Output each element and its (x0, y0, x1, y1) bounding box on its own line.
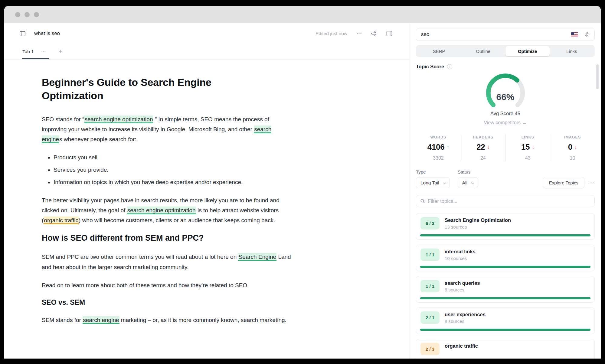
topic-title: user experiences (445, 312, 486, 317)
topic-progress-bar (420, 329, 590, 331)
more-options-icon[interactable]: ⋯ (356, 30, 362, 37)
close-button[interactable] (15, 12, 20, 17)
doc-bullet: Information on topics in which you have … (54, 177, 293, 187)
stat: IMAGES 0 ↓ 10 (550, 134, 595, 161)
doc-heading: Beginner's Guide to Search Engine Optimi… (42, 76, 250, 102)
type-filter-dropdown[interactable]: Long Tail (416, 177, 450, 188)
topic-card[interactable]: 2 / 3 organic traffic (416, 339, 595, 359)
topic-progress-bar (420, 266, 590, 268)
editor-column: what is seo Edited just now ⋯ (4, 23, 410, 359)
topic-sources: 8 sources (445, 319, 486, 324)
keyword-input[interactable] (421, 31, 571, 37)
topic-card[interactable]: 2 / 1 user experiences 8 sources (416, 307, 595, 334)
explore-topics-button[interactable]: Explore Topics (543, 177, 584, 188)
stat-label: IMAGES (550, 135, 595, 139)
topic-filters: Type Long Tail Status All Explore Topics (416, 169, 595, 188)
panel-tab[interactable]: SERP (417, 46, 461, 56)
window-titlebar (4, 6, 601, 23)
tab-label: Tab 1 (22, 49, 34, 54)
share-icon[interactable] (371, 31, 377, 37)
type-filter-label: Type (416, 169, 450, 174)
arrow-right-icon: → (522, 120, 527, 125)
seo-panel: SERPOutlineOptimizeLinks Topic Score i (410, 23, 601, 359)
topic-title: internal links (445, 249, 476, 255)
chevron-down-icon (471, 180, 474, 184)
document-canvas[interactable]: Beginner's Guide to Search Engine Optimi… (4, 60, 410, 359)
doc-bullet: Products you sell. (54, 152, 293, 162)
panel-tabs: SERPOutlineOptimizeLinks (416, 45, 595, 57)
topic-card[interactable]: 1 / 1 internal links 10 sources (416, 245, 595, 271)
zoom-button[interactable] (34, 12, 39, 17)
stat: LINKS 15 ↓ 43 (505, 134, 550, 161)
panel-tab[interactable]: Links (550, 46, 594, 56)
stat-trend-icon: ↓ (487, 144, 490, 150)
topic-score-value: 66% (482, 92, 529, 102)
topics-list: 6 / 2 Search Engine Optimization 13 sour… (416, 213, 595, 359)
window-body: what is seo Edited just now ⋯ (4, 23, 601, 359)
stat-benchmark: 10 (550, 155, 595, 161)
content-stats: WORDS 4106 ↑ 3302 HEADERS 22 ↓ 24 (416, 134, 595, 161)
doc-subheading: How is SEO different from SEM and PPC? (42, 233, 293, 243)
keyword-search-box (416, 28, 595, 41)
minimize-button[interactable] (25, 12, 30, 17)
app-window: what is seo Edited just now ⋯ (4, 6, 601, 359)
doc-paragraph: SEO stands for “search engine optimizati… (42, 114, 293, 144)
editor-toolbar: what is seo Edited just now ⋯ (4, 23, 410, 44)
document-title: what is seo (34, 31, 60, 37)
topic-sources: 8 sources (445, 287, 480, 292)
topic-progress-bar (420, 234, 590, 236)
topic-count-badge: 1 / 1 (420, 280, 440, 292)
chevron-down-icon (443, 180, 446, 184)
status-filter-dropdown[interactable]: All (458, 177, 478, 188)
topic-score-header: Topic Score i (416, 64, 595, 70)
doc-paragraph: SEM and PPC are two other common terms y… (42, 252, 293, 272)
doc-bullet: Services you provide. (54, 165, 293, 175)
topic-count-badge: 2 / 3 (420, 343, 440, 355)
topic-title: organic traffic (445, 343, 478, 349)
stat-benchmark: 3302 (416, 155, 461, 161)
stat-benchmark: 24 (461, 155, 505, 161)
country-flag-icon[interactable] (571, 32, 578, 37)
tab-bar: Tab 1 ⋯ + (4, 44, 410, 60)
doc-paragraph: SEM stands for search engine marketing –… (42, 315, 293, 325)
stat-trend-icon: ↓ (532, 144, 535, 150)
stat: WORDS 4106 ↑ 3302 (416, 134, 461, 161)
stat-label: WORDS (416, 135, 461, 139)
stat-label: HEADERS (461, 135, 505, 139)
filter-topics-input[interactable] (428, 198, 590, 204)
doc-bullet-list: Products you sell.Services you provide.I… (44, 152, 293, 187)
panel-tab[interactable]: Optimize (505, 46, 550, 56)
tab-menu-icon[interactable]: ⋯ (41, 49, 46, 54)
stat-label: LINKS (506, 135, 550, 139)
split-panel-icon[interactable] (386, 30, 393, 37)
topic-sources: 13 sources (445, 224, 511, 229)
topic-count-badge: 6 / 2 (420, 217, 440, 229)
doc-paragraph: The better visibility your pages have in… (42, 195, 293, 225)
doc-subheading: SEO vs. SEM (42, 298, 293, 307)
stat-value: 22 (476, 142, 485, 152)
view-competitors-link[interactable]: View competitors → (416, 120, 595, 125)
panel-scrollbar[interactable] (596, 64, 599, 89)
status-filter-label: Status (458, 169, 478, 174)
gear-icon[interactable] (584, 31, 590, 37)
topic-score-gauge: 66% (482, 71, 529, 109)
topic-card[interactable]: 6 / 2 Search Engine Optimization 13 sour… (416, 213, 595, 240)
stat-value: 0 (568, 142, 572, 152)
panel-tab[interactable]: Outline (461, 46, 505, 56)
topic-card[interactable]: 1 / 1 search queries 8 sources (416, 276, 595, 303)
topic-score-label: Topic Score (416, 64, 444, 70)
topic-count-badge: 1 / 1 (420, 249, 440, 261)
sidebar-toggle-icon[interactable] (19, 31, 26, 37)
stat-value: 15 (521, 142, 530, 152)
tab-1[interactable]: Tab 1 ⋯ (22, 49, 49, 59)
more-options-icon[interactable]: ⋯ (589, 180, 595, 186)
topic-sources: 10 sources (445, 256, 476, 261)
topic-count-badge: 2 / 1 (420, 311, 440, 324)
add-tab-button[interactable]: + (59, 48, 62, 59)
stat: HEADERS 22 ↓ 24 (461, 134, 505, 161)
topic-title: search queries (445, 280, 480, 286)
avg-score: Avg Score 45 (416, 111, 595, 116)
info-icon[interactable]: i (447, 64, 452, 69)
doc-paragraph: Read on to learn more about both of thes… (42, 280, 293, 290)
stat-trend-icon: ↑ (446, 144, 449, 150)
